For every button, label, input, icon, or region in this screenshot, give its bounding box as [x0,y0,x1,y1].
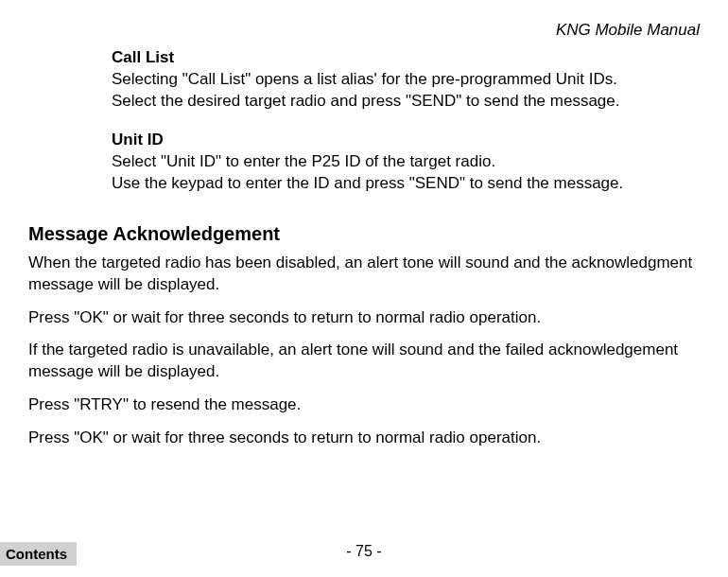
message-ack-p3: If the targeted radio is unavailable, an… [28,340,700,383]
unit-id-heading: Unit ID [112,130,700,151]
page-number: - 75 - [0,543,728,560]
call-list-text-2: Select the desired target radio and pres… [112,91,700,113]
message-ack-p1: When the targeted radio has been disable… [28,253,700,296]
unit-id-section: Unit ID Select "Unit ID" to enter the P2… [112,130,700,195]
message-ack-p4: Press "RTRY" to resend the message. [28,394,700,416]
call-list-section: Call List Selecting "Call List" opens a … [112,47,700,113]
call-list-heading: Call List [112,47,700,69]
page-content: Call List Selecting "Call List" opens a … [28,47,700,461]
unit-id-text-1: Select "Unit ID" to enter the P25 ID of … [112,151,700,173]
message-ack-heading: Message Acknowledgement [28,223,700,245]
message-ack-p2: Press "OK" or wait for three seconds to … [28,307,700,329]
manual-title: KNG Mobile Manual [556,21,700,40]
unit-id-text-2: Use the keypad to enter the ID and press… [112,173,700,195]
contents-link[interactable]: Contents [0,542,77,566]
message-ack-p5: Press "OK" or wait for three seconds to … [28,428,700,449]
call-list-text-1: Selecting "Call List" opens a list alias… [112,69,700,91]
